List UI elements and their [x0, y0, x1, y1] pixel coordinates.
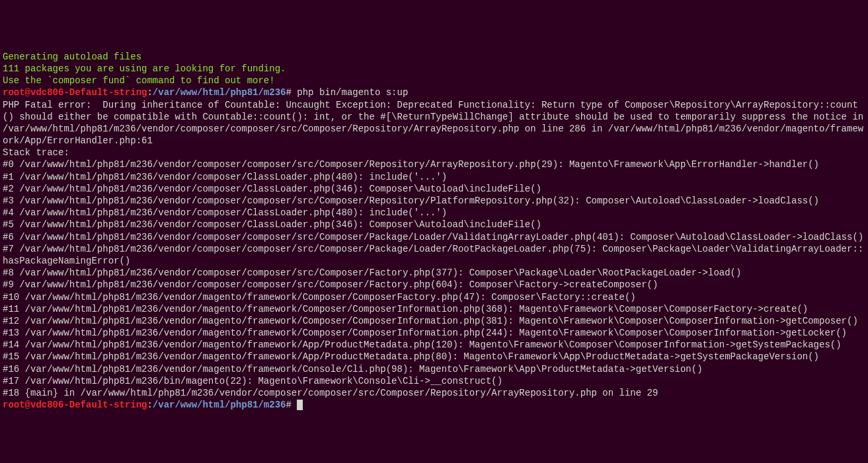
php-fatal-error: PHP Fatal error: During inheritance of C…: [3, 99, 865, 147]
stack-frame-0: #0 /var/www/html/php81/m236/vendor/compo…: [3, 159, 865, 170]
terminal-output[interactable]: Generating autoload files111 packages yo…: [3, 51, 865, 411]
command-prompt-line: root@vdc806-Default-string:/var/www/html…: [3, 87, 865, 98]
stack-frame-18: #18 {main} in /var/www/html/php81/m236/v…: [3, 387, 865, 399]
command-prompt-final[interactable]: root@vdc806-Default-string:/var/www/html…: [3, 399, 865, 411]
command-input: php bin/magento s:up: [292, 87, 408, 98]
stack-frame-16: #16 /var/www/html/php81/m236/vendor/mage…: [3, 363, 865, 375]
composer-fund-hint: Use the `composer fund` command to find …: [3, 75, 865, 87]
stack-frame-17: #17 /var/www/html/php81/m236/bin/magento…: [3, 375, 865, 387]
prompt-hash: #: [286, 400, 291, 410]
prompt-path: /var/www/html/php81/m236: [153, 400, 286, 410]
stack-frame-12: #12 /var/www/html/php81/m236/vendor/mage…: [3, 315, 865, 327]
stack-frame-13: #13 /var/www/html/php81/m236/vendor/mage…: [3, 327, 865, 339]
composer-autoload-msg: Generating autoload files: [3, 51, 865, 63]
cursor-icon: [297, 400, 303, 410]
stack-frame-2: #2 /var/www/html/php81/m236/vendor/compo…: [3, 183, 865, 195]
prompt-hash: #: [286, 87, 291, 98]
stack-frame-4: #4 /var/www/html/php81/m236/vendor/compo…: [3, 207, 865, 219]
stack-frame-1: #1 /var/www/html/php81/m236/vendor/compo…: [3, 171, 865, 183]
composer-funding-msg: 111 packages you are using are looking f…: [3, 63, 865, 75]
stack-frame-3: #3 /var/www/html/php81/m236/vendor/compo…: [3, 195, 865, 207]
stack-frame-11: #11 /var/www/html/php81/m236/vendor/mage…: [3, 303, 865, 315]
stack-trace-header: Stack trace:: [3, 147, 865, 159]
prompt-separator: :: [147, 400, 152, 410]
stack-frame-15: #15 /var/www/html/php81/m236/vendor/mage…: [3, 351, 865, 363]
stack-frame-14: #14 /var/www/html/php81/m236/vendor/mage…: [3, 339, 865, 351]
stack-frame-7: #7 /var/www/html/php81/m236/vendor/compo…: [3, 243, 865, 267]
prompt-path: /var/www/html/php81/m236: [153, 87, 286, 98]
prompt-user: root@vdc806-Default-string: [3, 87, 147, 98]
prompt-user: root@vdc806-Default-string: [3, 400, 147, 410]
stack-frame-9: #9 /var/www/html/php81/m236/vendor/compo…: [3, 279, 865, 291]
prompt-separator: :: [147, 87, 152, 98]
stack-frame-6: #6 /var/www/html/php81/m236/vendor/compo…: [3, 231, 865, 243]
stack-frame-5: #5 /var/www/html/php81/m236/vendor/compo…: [3, 219, 865, 231]
stack-frame-8: #8 /var/www/html/php81/m236/vendor/compo…: [3, 267, 865, 279]
stack-frame-10: #10 /var/www/html/php81/m236/vendor/mage…: [3, 291, 865, 303]
